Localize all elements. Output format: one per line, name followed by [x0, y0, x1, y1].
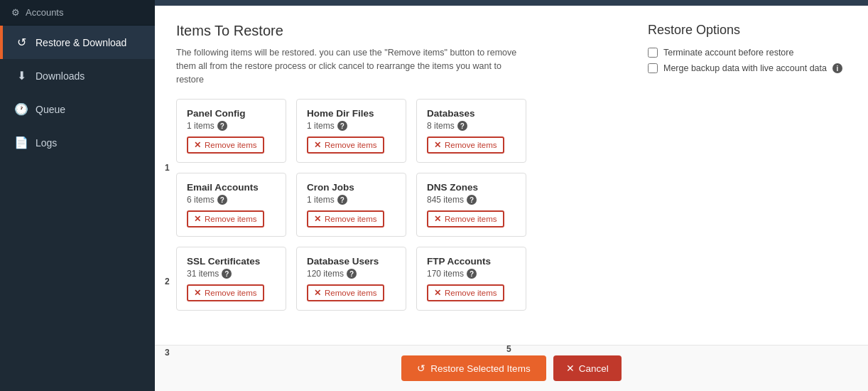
content-area: Items To Restore The following items wil… — [155, 6, 868, 345]
sidebar-item-downloads[interactable]: ⬇ Downloads — [0, 59, 155, 92]
dns-info-icon[interactable]: ? — [467, 195, 477, 205]
card-email-title: Email Accounts — [187, 182, 276, 193]
step-5: 5 — [506, 344, 511, 354]
cards-grid: Panel Config 1 items ? ✕ Remove items Ho… — [176, 99, 619, 311]
card-email-accounts: Email Accounts 6 items ? ✕ Remove items — [176, 173, 286, 237]
queue-icon: 🕐 — [14, 102, 28, 116]
card-databases: Databases 8 items ? ✕ Remove items — [416, 99, 526, 163]
card-email-items: 6 items ? — [187, 195, 276, 205]
sidebar-restore-label: Restore & Download — [36, 37, 126, 48]
sidebar-logs-label: Logs — [36, 137, 57, 149]
card-dbusers-items: 120 items ? — [307, 269, 396, 279]
card-home-dir: Home Dir Files 1 items ? ✕ Remove items — [296, 99, 406, 163]
panel-config-info-icon[interactable]: ? — [217, 121, 227, 131]
card-ftp-items: 170 items ? — [427, 269, 516, 279]
terminate-label: Terminate account before restore — [663, 48, 793, 58]
ftp-info-icon[interactable]: ? — [467, 269, 477, 279]
card-ftp-title: FTP Accounts — [427, 256, 516, 267]
merge-info-icon[interactable]: i — [832, 63, 842, 73]
dbusers-remove-button[interactable]: ✕ Remove items — [307, 284, 384, 301]
cancel-button[interactable]: ✕ Cancel — [553, 355, 622, 381]
merge-label: Merge backup data with live account data — [663, 63, 827, 73]
cancel-x-icon: ✕ — [566, 363, 575, 374]
card-cron-title: Cron Jobs — [307, 182, 396, 193]
page-title: Items To Restore — [176, 23, 619, 39]
email-info-icon[interactable]: ? — [217, 195, 227, 205]
remove-x-icon-7: ✕ — [194, 288, 201, 298]
card-ssl-certs: SSL Certificates 31 items ? ✕ Remove ite… — [176, 247, 286, 311]
ssl-info-icon[interactable]: ? — [222, 269, 232, 279]
databases-info-icon[interactable]: ? — [457, 121, 467, 131]
remove-x-icon-6: ✕ — [434, 214, 441, 224]
card-dbusers-title: Database Users — [307, 256, 396, 267]
home-dir-info-icon[interactable]: ? — [337, 121, 347, 131]
step-2: 2 — [165, 277, 170, 286]
remove-x-icon-4: ✕ — [194, 214, 201, 224]
option-row-2: Merge backup data with live account data… — [648, 63, 847, 73]
restore-icon: ↺ — [14, 36, 28, 49]
panel-config-remove-button[interactable]: ✕ Remove items — [187, 136, 264, 154]
description-text: The following items will be restored. yo… — [176, 46, 524, 86]
remove-x-icon-5: ✕ — [314, 214, 321, 224]
terminate-checkbox[interactable] — [648, 48, 658, 58]
card-cron-items: 1 items ? — [307, 195, 396, 205]
card-databases-items: 8 items ? — [427, 121, 516, 131]
main-content: Items To Restore The following items wil… — [155, 0, 868, 391]
sidebar-queue-label: Queue — [36, 104, 65, 115]
dns-remove-button[interactable]: ✕ Remove items — [427, 210, 504, 227]
email-remove-button[interactable]: ✕ Remove items — [187, 210, 264, 227]
ssl-remove-button[interactable]: ✕ Remove items — [187, 284, 264, 301]
cron-remove-button[interactable]: ✕ Remove items — [307, 210, 384, 227]
home-dir-remove-button[interactable]: ✕ Remove items — [307, 136, 384, 154]
dbusers-info-icon[interactable]: ? — [347, 269, 357, 279]
accounts-icon: ⚙ — [11, 7, 20, 18]
top-bar — [155, 0, 868, 6]
card-dns-items: 845 items ? — [427, 195, 516, 205]
restore-options-title: Restore Options — [648, 23, 847, 38]
downloads-icon: ⬇ — [14, 69, 28, 82]
restore-selected-button[interactable]: ↺ Restore Selected Items — [401, 355, 546, 381]
restore-options-section: Restore Options Terminate account before… — [648, 23, 847, 328]
sidebar-item-restore[interactable]: ↺ Restore & Download — [0, 26, 155, 59]
card-dns-zones: DNS Zones 845 items ? ✕ Remove items — [416, 173, 526, 237]
sidebar: ⚙ Accounts ↺ Restore & Download ⬇ Downlo… — [0, 0, 155, 391]
remove-x-icon-9: ✕ — [434, 288, 441, 298]
card-panel-config: Panel Config 1 items ? ✕ Remove items — [176, 99, 286, 163]
card-panel-config-items: 1 items ? — [187, 121, 276, 131]
step-3: 3 — [165, 348, 170, 358]
card-ssl-title: SSL Certificates — [187, 256, 276, 267]
card-cron-jobs: Cron Jobs 1 items ? ✕ Remove items — [296, 173, 406, 237]
sidebar-downloads-label: Downloads — [36, 70, 85, 82]
footer: ↺ Restore Selected Items ✕ Cancel — [155, 345, 868, 391]
card-ssl-items: 31 items ? — [187, 269, 276, 279]
merge-checkbox[interactable] — [648, 63, 658, 73]
ftp-remove-button[interactable]: ✕ Remove items — [427, 284, 504, 301]
sidebar-item-logs[interactable]: 📄 Logs — [0, 126, 155, 159]
sidebar-top-label: Accounts — [26, 7, 63, 18]
cards-grid-wrapper: 1 2 3 4 5 6 Panel Config 1 items ? — [176, 99, 619, 311]
cron-info-icon[interactable]: ? — [337, 195, 347, 205]
card-db-users: Database Users 120 items ? ✕ Remove item… — [296, 247, 406, 311]
sidebar-top: ⚙ Accounts — [0, 0, 155, 26]
restore-icon-btn: ↺ — [417, 363, 425, 374]
card-dns-title: DNS Zones — [427, 182, 516, 193]
card-databases-title: Databases — [427, 108, 516, 119]
items-section: Items To Restore The following items wil… — [176, 23, 619, 328]
remove-x-icon-8: ✕ — [314, 288, 321, 298]
databases-remove-button[interactable]: ✕ Remove items — [427, 136, 504, 154]
remove-x-icon-2: ✕ — [314, 140, 321, 150]
sidebar-item-queue[interactable]: 🕐 Queue — [0, 92, 155, 126]
card-home-dir-title: Home Dir Files — [307, 108, 396, 119]
card-home-dir-items: 1 items ? — [307, 121, 396, 131]
logs-icon: 📄 — [14, 136, 28, 149]
option-row-1: Terminate account before restore — [648, 48, 847, 58]
remove-x-icon: ✕ — [194, 140, 201, 150]
card-ftp-accounts: FTP Accounts 170 items ? ✕ Remove items — [416, 247, 526, 311]
card-panel-config-title: Panel Config — [187, 108, 276, 119]
step-1: 1 — [165, 163, 170, 173]
remove-x-icon-3: ✕ — [434, 140, 441, 150]
